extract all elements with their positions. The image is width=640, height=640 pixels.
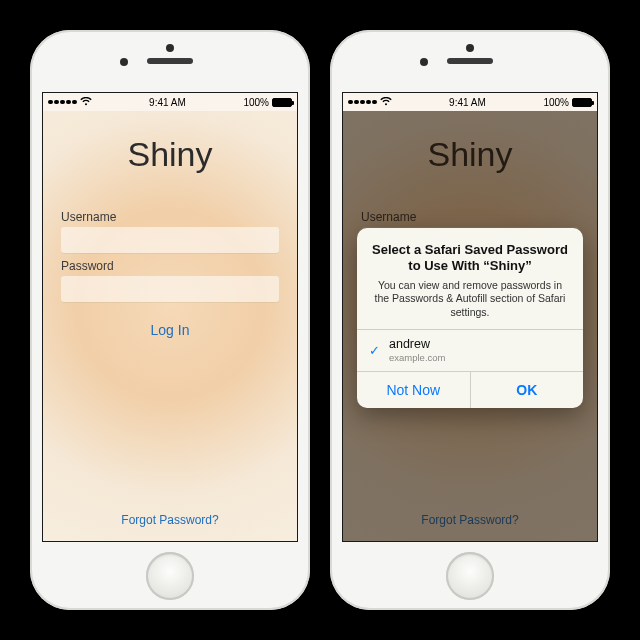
status-time: 9:41 AM <box>449 97 486 108</box>
battery-icon <box>272 98 292 107</box>
wifi-icon <box>380 97 392 108</box>
ok-button[interactable]: OK <box>470 372 584 408</box>
proximity-sensor <box>166 44 174 52</box>
ear-speaker <box>147 58 193 64</box>
battery-icon <box>572 98 592 107</box>
forgot-password-link[interactable]: Forgot Password? <box>61 513 279 533</box>
app-title: Shiny <box>61 135 279 174</box>
home-button[interactable] <box>146 552 194 600</box>
status-bar: 9:41 AM 100% <box>343 93 597 111</box>
login-button[interactable]: Log In <box>61 322 279 338</box>
phone-right: 9:41 AM 100% Shiny Username Password Log… <box>330 30 610 610</box>
checkmark-icon: ✓ <box>369 343 381 358</box>
status-bar: 9:41 AM 100% <box>43 93 297 111</box>
signal-dots-icon <box>348 100 377 105</box>
signal-dots-icon <box>48 100 77 105</box>
credential-username: andrew <box>389 338 446 352</box>
battery-percent: 100% <box>243 97 269 108</box>
status-time: 9:41 AM <box>149 97 186 108</box>
alert-message: You can view and remove passwords in the… <box>371 279 569 320</box>
front-camera <box>120 58 128 66</box>
username-input[interactable] <box>61 227 279 253</box>
screen: 9:41 AM 100% Shiny Username Password Log… <box>342 92 598 542</box>
not-now-button[interactable]: Not Now <box>357 372 470 408</box>
username-label: Username <box>61 210 279 224</box>
credential-row[interactable]: ✓ andrew example.com <box>357 329 583 371</box>
front-camera <box>420 58 428 66</box>
login-view: Shiny Username Password Log In Forgot Pa… <box>43 111 297 541</box>
battery-percent: 100% <box>543 97 569 108</box>
wifi-icon <box>80 97 92 108</box>
credential-domain: example.com <box>389 352 446 363</box>
ear-speaker <box>447 58 493 64</box>
safari-password-alert: Select a Safari Saved Password to Use Wi… <box>357 228 583 408</box>
alert-title: Select a Safari Saved Password to Use Wi… <box>371 242 569 275</box>
home-button[interactable] <box>446 552 494 600</box>
password-label: Password <box>61 259 279 273</box>
phone-left: 9:41 AM 100% Shiny Username Password Log… <box>30 30 310 610</box>
screen: 9:41 AM 100% Shiny Username Password Log… <box>42 92 298 542</box>
password-input[interactable] <box>61 276 279 302</box>
proximity-sensor <box>466 44 474 52</box>
